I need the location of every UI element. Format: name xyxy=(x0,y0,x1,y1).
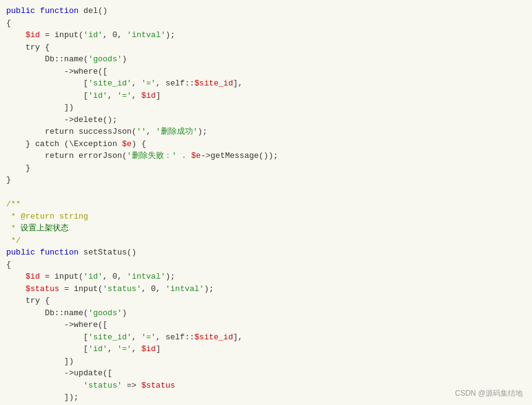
code-line: ->where([ xyxy=(0,66,532,78)
code-line: * 设置上架状态 xyxy=(0,222,532,235)
code-line: } catch (\Exception $e) { xyxy=(0,138,532,150)
code-line: ->delete(); xyxy=(0,114,532,126)
code-line: } xyxy=(0,162,532,175)
code-line: * @return string xyxy=(0,211,532,223)
code-line: public function setStatus() xyxy=(0,246,532,259)
code-line: public function del() xyxy=(0,5,532,17)
code-line: return errorJson('删除失败：' . $e->getMessag… xyxy=(0,150,532,162)
code-line: ['id', '=', $id] xyxy=(0,90,532,102)
code-line: try { xyxy=(0,41,532,54)
code-line: /** xyxy=(0,198,532,211)
watermark: CSDN @源码集结地 xyxy=(455,388,523,399)
code-line: { xyxy=(0,17,532,30)
code-line: ['site_id', '=', self::$site_id], xyxy=(0,331,532,344)
code-line: $status = input('status', 0, 'intval'); xyxy=(0,283,532,295)
code-line: $id = input('id', 0, 'intval'); xyxy=(0,29,532,41)
code-line: Db::name('goods') xyxy=(0,307,532,320)
code-line: ]); xyxy=(0,391,532,404)
code-line: */ xyxy=(0,235,532,247)
code-line: ->update([ xyxy=(0,367,532,380)
code-line: ]) xyxy=(0,355,532,368)
code-line: ->where([ xyxy=(0,319,532,331)
code-line: { xyxy=(0,259,532,271)
code-line: $id = input('id', 0, 'intval'); xyxy=(0,271,532,283)
code-line: return successJson('', '删除成功'); xyxy=(0,126,532,138)
code-line: 'status' => $status xyxy=(0,380,532,392)
code-line xyxy=(0,186,532,199)
code-line: } xyxy=(0,174,532,186)
code-line: Db::name('goods') xyxy=(0,53,532,66)
code-container: public function del(){ $id = input('id',… xyxy=(0,0,532,405)
code-line: ['id', '=', $id] xyxy=(0,343,532,355)
code-line: ]) xyxy=(0,102,532,114)
code-line: try { xyxy=(0,295,532,307)
code-line: ['site_id', '=', self::$site_id], xyxy=(0,77,532,90)
code-lines: public function del(){ $id = input('id',… xyxy=(0,5,532,405)
